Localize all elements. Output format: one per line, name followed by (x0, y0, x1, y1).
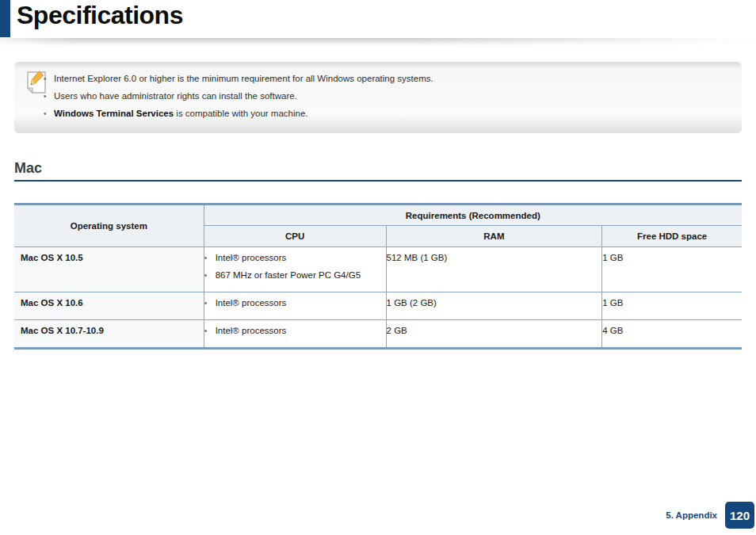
cpu-text: Intel® processors (216, 326, 287, 336)
hdd-cell: 1 GB (602, 292, 742, 320)
footer-section-label: 5. Appendix (666, 510, 717, 520)
ram-cell: 1 GB (2 GB) (386, 292, 602, 320)
note-text: Users who have administrator rights can … (54, 91, 297, 101)
note-item: Windows Terminal Services is compatible … (44, 109, 725, 119)
cpu-cell: Intel® processors 867 MHz or faster Powe… (204, 247, 386, 292)
bullet-icon (204, 270, 216, 281)
cpu-item: Intel® processors (204, 326, 386, 336)
column-header-ram: RAM (386, 226, 602, 247)
note-text: Windows Terminal Services is compatible … (54, 109, 308, 119)
section-heading-rule (14, 180, 742, 182)
cpu-text: Intel® processors (216, 298, 287, 308)
bullet-icon (204, 253, 216, 263)
os-cell: Mac OS X 10.5 (14, 247, 204, 292)
table-header-row: Operating system Requirements (Recommend… (14, 204, 742, 226)
hdd-cell: 4 GB (602, 320, 742, 349)
bullet-icon (204, 326, 216, 336)
column-header-hdd: Free HDD space (602, 226, 742, 247)
column-header-cpu: CPU (204, 226, 386, 247)
bullet-icon (204, 298, 216, 308)
page-number-badge: 120 (725, 502, 754, 529)
document-page: Specifications Internet Explorer 6.0 or … (0, 0, 756, 535)
table-row: Mac OS X 10.7-10.9 Intel® processors 2 G… (14, 320, 742, 349)
column-header-operating-system: Operating system (14, 204, 204, 247)
title-shadow-divider (0, 38, 756, 46)
title-accent-bar (0, 0, 10, 37)
hdd-cell: 1 GB (602, 247, 742, 292)
table-row: Mac OS X 10.6 Intel® processors 1 GB (2 … (14, 292, 742, 320)
note-item: Internet Explorer 6.0 or higher is the m… (44, 74, 725, 84)
bullet-icon (44, 91, 54, 101)
section-heading-mac: Mac (14, 160, 42, 177)
requirements-table: Operating system Requirements (Recommend… (14, 203, 742, 350)
cpu-item: Intel® processors (204, 253, 386, 263)
note-text: Internet Explorer 6.0 or higher is the m… (54, 74, 433, 84)
bullet-icon (44, 74, 54, 84)
note-box: Internet Explorer 6.0 or higher is the m… (14, 62, 742, 133)
table-row: Mac OS X 10.5 Intel® processors 867 MHz … (14, 247, 742, 292)
note-list: Internet Explorer 6.0 or higher is the m… (44, 74, 725, 126)
cpu-text: 867 MHz or faster Power PC G4/G5 (216, 270, 361, 281)
page-footer: 5. Appendix 120 (666, 502, 756, 529)
cpu-cell: Intel® processors (204, 320, 386, 349)
column-header-requirements: Requirements (Recommended) (204, 204, 742, 226)
ram-cell: 2 GB (386, 320, 602, 349)
os-cell: Mac OS X 10.6 (14, 292, 204, 320)
cpu-text: Intel® processors (216, 253, 287, 263)
page-title: Specifications (17, 1, 183, 30)
os-cell: Mac OS X 10.7-10.9 (14, 320, 204, 349)
note-item: Users who have administrator rights can … (44, 91, 725, 101)
ram-cell: 512 MB (1 GB) (386, 247, 602, 292)
cpu-item: 867 MHz or faster Power PC G4/G5 (204, 270, 386, 281)
cpu-cell: Intel® processors (204, 292, 386, 320)
cpu-item: Intel® processors (204, 298, 386, 308)
bullet-icon (44, 109, 54, 119)
